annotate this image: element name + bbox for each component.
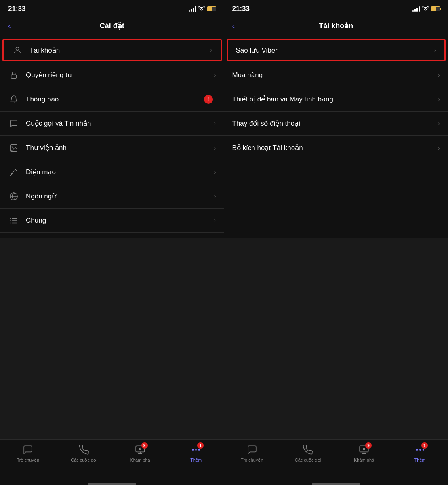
left-more-tab-icon: 1 — [190, 444, 202, 456]
svg-point-14 — [196, 449, 196, 450]
person-icon — [12, 44, 23, 56]
left-chat-tab-icon — [22, 444, 34, 456]
right-status-icons — [412, 6, 440, 13]
left-phone-tab-icon — [78, 444, 90, 456]
left-tab-them[interactable]: 1 Thêm — [168, 444, 224, 462]
left-tab-kham-pha[interactable]: 9 Khám phá — [112, 444, 168, 462]
battery-icon — [207, 6, 216, 11]
settings-item-language[interactable]: Ngôn ngữ › — [0, 184, 224, 209]
left-home-indicator — [88, 483, 136, 485]
svg-rect-1 — [11, 75, 17, 78]
left-status-icons — [189, 6, 216, 13]
settings-item-account[interactable]: Tài khoản › — [2, 39, 222, 61]
left-settings-list: Tài khoản › Quyền riêng tư › Thông b — [0, 37, 224, 238]
left-tab-bar: Trò chuyện Các cuộc gọi 9 Khám phá — [0, 439, 224, 480]
left-tab-tro-chuyen[interactable]: Trò chuyện — [0, 444, 56, 463]
change-phone-chevron: › — [438, 120, 440, 127]
right-kham-pha-badge: 9 — [365, 442, 372, 449]
image-icon — [8, 142, 19, 154]
desktop-chevron: › — [438, 96, 440, 103]
settings-item-gallery[interactable]: Thư viện ảnh › — [0, 136, 224, 160]
change-phone-label: Thay đổi số điện thoại — [232, 119, 438, 128]
right-dark-area — [224, 238, 448, 440]
right-signal-bars-icon — [412, 6, 420, 12]
right-battery-icon — [431, 6, 440, 11]
settings-item-calls[interactable]: Cuộc gọi và Tin nhắn › — [0, 112, 224, 136]
right-status-bar: 21:33 — [224, 0, 448, 16]
right-home-indicator — [312, 483, 360, 485]
shopping-label: Mua hàng — [232, 71, 438, 79]
right-tab-bar: Trò chuyện Các cuộc gọi 9 Khám phá — [224, 439, 448, 480]
backup-label: Sao lưu Viber — [236, 46, 434, 55]
left-nav-title: Cài đặt — [100, 21, 124, 30]
appearance-label: Diện mạo — [26, 168, 214, 176]
calls-chevron: › — [214, 120, 216, 127]
left-them-badge: 1 — [197, 442, 204, 449]
right-tab-them[interactable]: 1 Thêm — [392, 444, 448, 462]
settings-item-privacy[interactable]: Quyền riêng tư › — [0, 63, 224, 87]
account-item-deactivate[interactable]: Bỏ kích hoạt Tài khoản › — [224, 136, 448, 160]
right-tab-them-label: Thêm — [414, 458, 426, 462]
right-tab-kham-pha-label: Khám phá — [354, 458, 374, 462]
right-tab-tro-chuyen[interactable]: Trò chuyện — [224, 444, 280, 463]
account-item-desktop[interactable]: Thiết bị để bàn và Máy tính bảng › — [224, 87, 448, 112]
left-phone-panel: 21:33 ‹ Cài đặt — [0, 0, 224, 485]
account-item-shopping[interactable]: Mua hàng › — [224, 63, 448, 87]
settings-item-notifications[interactable]: Thông báo ! — [0, 87, 224, 112]
right-more-tab-icon: 1 — [414, 444, 426, 456]
left-tab-cuoc-goi[interactable]: Các cuộc gọi — [56, 444, 112, 463]
brush-icon — [8, 167, 19, 178]
account-item-backup[interactable]: Sao lưu Viber › — [227, 39, 446, 61]
right-tab-kham-pha[interactable]: 9 Khám phá — [336, 444, 392, 462]
right-phone-panel: 21:33 ‹ Tài khoản — [224, 0, 448, 485]
account-chevron: › — [210, 46, 212, 54]
svg-point-18 — [363, 448, 365, 450]
right-tab-cuoc-goi-label: Các cuộc gọi — [295, 458, 321, 463]
gallery-label: Thư viện ảnh — [26, 143, 214, 152]
chat-icon — [8, 118, 19, 129]
deactivate-chevron: › — [438, 144, 440, 152]
right-tab-cuoc-goi[interactable]: Các cuộc gọi — [280, 444, 336, 463]
right-back-button[interactable]: ‹ — [232, 19, 238, 32]
left-status-bar: 21:33 — [0, 0, 224, 16]
language-chevron: › — [214, 193, 216, 200]
bell-icon — [8, 94, 19, 105]
left-nav-bar: ‹ Cài đặt — [0, 16, 224, 37]
right-nav-bar: ‹ Tài khoản — [224, 16, 448, 37]
right-explore-tab-icon: 9 — [358, 444, 370, 456]
general-chevron: › — [214, 217, 216, 224]
left-status-time: 21:33 — [8, 5, 25, 13]
shopping-chevron: › — [438, 72, 440, 79]
left-tab-tro-chuyen-label: Trò chuyện — [17, 458, 40, 463]
backup-chevron: › — [434, 46, 436, 54]
right-tab-tro-chuyen-label: Trò chuyện — [241, 458, 263, 463]
left-kham-pha-badge: 9 — [141, 442, 148, 449]
left-tab-them-label: Thêm — [190, 458, 202, 462]
right-phone-tab-icon — [302, 444, 314, 456]
svg-point-19 — [420, 449, 421, 450]
notifications-label: Thông báo — [26, 95, 204, 103]
right-settings-list: Sao lưu Viber › Mua hàng › Thiết bị để b… — [224, 37, 448, 238]
svg-point-0 — [16, 47, 19, 50]
right-wifi-icon — [422, 6, 429, 13]
svg-point-20 — [423, 449, 423, 450]
left-explore-tab-icon: 9 — [134, 444, 146, 456]
notification-badge-text: ! — [207, 96, 209, 102]
left-back-button[interactable]: ‹ — [8, 19, 14, 32]
general-label: Chung — [26, 217, 214, 225]
right-chat-tab-icon — [246, 444, 258, 456]
left-tab-kham-pha-label: Khám phá — [130, 458, 150, 462]
privacy-chevron: › — [214, 72, 216, 79]
gallery-chevron: › — [214, 144, 216, 152]
right-status-time: 21:33 — [232, 5, 250, 13]
signal-bars-icon — [189, 6, 196, 12]
svg-point-15 — [199, 449, 200, 450]
settings-item-appearance[interactable]: Diện mạo › — [0, 160, 224, 184]
left-tab-cuoc-goi-label: Các cuộc gọi — [71, 458, 97, 463]
account-item-change-phone[interactable]: Thay đổi số điện thoại › — [224, 112, 448, 136]
left-dark-area — [0, 238, 224, 440]
settings-item-general[interactable]: Chung › — [0, 209, 224, 233]
desktop-label: Thiết bị để bàn và Máy tính bảng — [232, 95, 438, 103]
list-icon — [8, 215, 19, 226]
globe-icon — [8, 191, 19, 202]
